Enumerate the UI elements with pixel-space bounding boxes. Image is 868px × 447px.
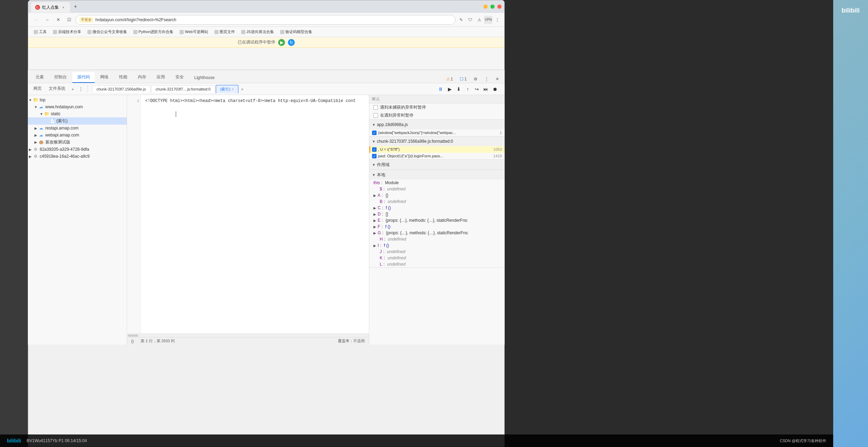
tab-application[interactable]: 应用 xyxy=(152,72,170,83)
new-tab-btn[interactable]: + xyxy=(71,2,80,11)
bookmark-img[interactable]: 图页文件 xyxy=(212,29,238,35)
uncaught-exception-checkbox[interactable] xyxy=(373,105,378,110)
tree-item-static[interactable]: ▼ 📁 static xyxy=(28,110,127,117)
tree-item-c459[interactable]: ▶ ⚙ c45918ea-16a2-46ac-a9c9 xyxy=(28,153,127,160)
tab-lighthouse[interactable]: Lighthouse xyxy=(189,73,220,83)
more-options-btn[interactable]: ⋮ xyxy=(482,75,491,83)
debug-step-out-btn[interactable]: ↪ xyxy=(473,85,481,93)
tree-label-webapi: webapi.amap.com xyxy=(45,133,79,138)
tree-item-top[interactable]: ▼ 📁 top xyxy=(28,96,127,103)
alert-icon-btn[interactable]: ⚠ xyxy=(475,16,483,24)
scope-d[interactable]: ▶ D : [] xyxy=(369,211,505,217)
tab-memory[interactable]: 内存 xyxy=(133,72,151,83)
tab-security[interactable]: 安全 xyxy=(171,72,189,83)
warning-count-btn[interactable]: ⚠ 1 xyxy=(443,75,456,83)
scope-c[interactable]: ▶ C : f () xyxy=(369,205,505,211)
format-btn[interactable]: {} xyxy=(131,339,134,343)
bp-pwd-checkbox[interactable]: ✓ xyxy=(372,154,377,158)
home-btn[interactable]: ☑ xyxy=(64,15,74,25)
debug-play-btn[interactable]: ▶ xyxy=(278,39,285,46)
scroll-thumb-horizontal[interactable] xyxy=(128,335,138,337)
shield-icon-btn[interactable]: 🛡 xyxy=(466,16,474,24)
source-file-tab-3[interactable]: (索引) × xyxy=(216,85,238,93)
close-btn[interactable] xyxy=(497,5,502,9)
chunk-section-header[interactable]: ▼ chunk-321703f7.1566a99e.js:formatted:0 xyxy=(369,136,505,146)
tab-elements[interactable]: 元素 xyxy=(31,72,49,83)
bookmark-python[interactable]: Python进阶方向合集 xyxy=(131,29,176,35)
bookmark-captcha[interactable]: 验证码模型合集 xyxy=(277,29,315,35)
tab-network[interactable]: 网络 xyxy=(95,72,113,83)
bp-pwd-item[interactable]: ✓ pwd: Object(U["a"])(t.loginForm.pass..… xyxy=(369,153,505,159)
tab-close-btn[interactable]: × xyxy=(61,5,66,10)
tree-item-tampermonkey[interactable]: ▶ 🐵 篡改猴测试版 xyxy=(28,139,127,146)
bookmark-wechat[interactable]: 微信公众号文章收集 xyxy=(85,29,130,35)
vpn-btn[interactable]: VPN xyxy=(484,16,492,24)
tree-item-82a3[interactable]: ▶ ⚙ 82a39205-a329-4728-9dfa xyxy=(28,146,127,153)
tree-item-webapi[interactable]: ▶ ☁ webapi.amap.com xyxy=(28,132,127,139)
extensions-btn[interactable]: ✎ xyxy=(457,16,465,24)
bp-u-item[interactable]: ✓ , U = i("87ff") 1053 xyxy=(369,146,505,153)
forward-btn[interactable]: → xyxy=(42,15,52,25)
bookmark-tools[interactable]: 工具 xyxy=(31,29,49,35)
settings-btn[interactable]: ⚙ xyxy=(471,75,480,83)
caught-exception-checkbox[interactable] xyxy=(373,113,378,118)
source-nav-webpage[interactable]: 网页 xyxy=(31,85,45,93)
local-header[interactable]: ▼ 本地 xyxy=(369,170,505,180)
app-section-header[interactable]: ▼ app.18d6968a.js xyxy=(369,120,505,130)
source-tab-close-3[interactable]: × xyxy=(232,87,234,91)
source-nav-more[interactable]: » xyxy=(70,86,76,92)
source-file-tab-1[interactable]: chunk-321703f7.1566a99e.js xyxy=(92,85,150,93)
reload-btn[interactable]: ✕ xyxy=(53,15,63,25)
debug-step-btn[interactable]: ⏭ xyxy=(482,85,490,93)
scope-header[interactable]: ▼ 作用域 xyxy=(369,160,505,170)
tree-item-index[interactable]: 📄 (索引) xyxy=(28,117,127,125)
scope-j[interactable]: J : undefined xyxy=(369,249,505,255)
horizontal-scrollbar[interactable] xyxy=(127,334,369,337)
minimize-btn[interactable] xyxy=(483,5,488,9)
browser-tab[interactable]: 红 红人点集 × xyxy=(31,2,70,13)
scope-l[interactable]: L : undefined xyxy=(369,261,505,267)
address-bar[interactable]: 不安全 hrdatayun.com/#/login?redirect=%2Fse… xyxy=(76,15,456,25)
maximize-btn[interactable] xyxy=(490,5,495,9)
scope-this[interactable]: this : Module xyxy=(369,180,505,186)
source-tab-more[interactable]: » xyxy=(239,86,245,92)
tab-sources[interactable]: 源代码 xyxy=(72,72,95,83)
code-content[interactable]: <!DOCTYPE html><html><head><meta charset… xyxy=(141,95,369,334)
message-count-btn[interactable]: ☐ 1 xyxy=(457,75,469,83)
debug-step-into-btn[interactable]: ↑ xyxy=(464,85,472,93)
source-nav-options[interactable]: ⋮ xyxy=(77,86,85,92)
tab-console[interactable]: 控制台 xyxy=(49,72,72,83)
tab-performance[interactable]: 性能 xyxy=(114,72,132,83)
scope-b[interactable]: B : undefined xyxy=(369,198,505,205)
cloud-icon-restapi: ☁ xyxy=(38,125,44,131)
scope-h[interactable]: H : undefined xyxy=(369,236,505,242)
tree-item-hrdatayun[interactable]: ▼ ☁ www.hrdatayun.com xyxy=(28,103,127,110)
bookmark-label-8: 验证码模型合集 xyxy=(285,29,312,34)
source-nav-filesystem[interactable]: 文件系统 xyxy=(46,85,68,93)
scope-a[interactable]: ▶ A : {} xyxy=(369,192,505,198)
bookmark-web[interactable]: Web可逆网站 xyxy=(177,29,211,35)
close-devtools-btn[interactable]: ✕ xyxy=(493,75,502,83)
uncaught-exception-item[interactable]: 遇到未捕获的异常时暂停 xyxy=(369,103,505,111)
debug-resume-btn[interactable]: ▶ xyxy=(445,85,454,93)
scope-f[interactable]: ▶ F : f () xyxy=(369,224,505,230)
scope-g[interactable]: ▶ G : {props: {…}, methods: {…}, staticR… xyxy=(369,230,505,236)
debug-deactivate-btn[interactable]: ⏺ xyxy=(491,85,499,93)
bp-webpack-item[interactable]: ✓ (window["webpackJsonp"]=window["webpac… xyxy=(369,130,505,136)
back-btn[interactable]: ← xyxy=(31,15,41,25)
caught-exception-item[interactable]: 在遇到异常时暂停 xyxy=(369,111,505,119)
scope-k[interactable]: K : undefined xyxy=(369,255,505,261)
bp-u-checkbox[interactable]: ✓ xyxy=(372,147,377,152)
menu-btn[interactable]: ⋮ xyxy=(493,16,502,24)
scope-e[interactable]: ▶ E : {props: {…}, methods: {…}, staticR… xyxy=(369,217,505,224)
scope-dollar[interactable]: $ : undefined xyxy=(369,186,505,192)
source-file-tab-2[interactable]: chunk-321703f7....js:formatted:0 xyxy=(151,85,215,93)
tree-item-restapi[interactable]: ▶ ☁ restapi.amap.com xyxy=(28,125,127,132)
bookmark-js[interactable]: JS逆向算法合集 xyxy=(238,29,277,35)
debug-pause-btn[interactable]: ⏸ xyxy=(436,85,445,93)
debug-step-over-btn[interactable]: ⬇ xyxy=(455,85,463,93)
bp-webpack-checkbox[interactable]: ✓ xyxy=(372,131,377,135)
bookmark-tech[interactable]: 后端技术分享 xyxy=(50,29,84,35)
scope-i[interactable]: ▶ I : f () xyxy=(369,242,505,249)
debug-refresh-btn[interactable]: ↻ xyxy=(288,39,295,46)
